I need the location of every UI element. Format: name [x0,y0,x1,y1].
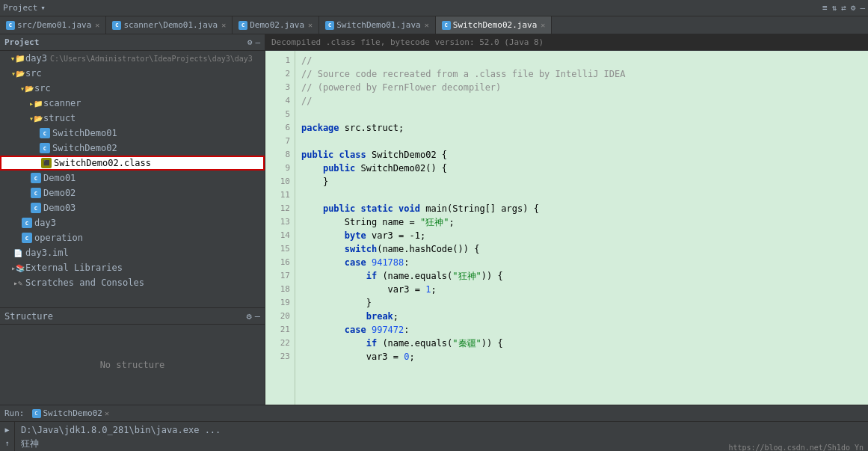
run-cmd-line: D:\Java\jdk1.8.0_281\bin\java.exe ... [21,423,718,437]
tab-switchdemo01[interactable]: c SwitchDemo01.java ✕ [319,16,436,34]
code-line-11 [301,188,862,202]
minus-icon[interactable]: — [255,37,260,47]
tab-label: src/Demo01.java [17,20,91,30]
tab-close-icon2[interactable]: ✕ [221,21,226,29]
tree-operation[interactable]: c operation [0,230,265,245]
tab-close-icon5[interactable]: ✕ [541,21,545,29]
structure-minus-icon[interactable]: — [255,311,260,322]
tab-switchdemo02[interactable]: c SwitchDemo02.java ✕ [436,16,552,34]
code-line-20: break; [301,310,862,323]
structure-header: Structure ⚙ — [0,308,265,325]
tree-demo02[interactable]: c Demo02 [0,185,265,200]
folder-open-icon2: ▾📂 [12,67,24,79]
run-output: D:\Java\jdk1.8.0_281\bin\java.exe ... 狂神 [15,422,724,451]
tab-label3: Demo02.java [250,20,304,30]
tree-ext-libs[interactable]: ▸📚 External Libraries [0,260,265,275]
ln-14: 14 [265,229,295,242]
run-label: Run: [4,408,25,418]
tree-scratches[interactable]: ▸✎ Scratches and Consoles [0,275,265,290]
ln-15: 15 [265,242,295,256]
code-line-12: public static void main(String[] args) { [301,202,862,215]
tree-scanner-label: scanner [43,98,81,108]
tree-demo03-label: Demo03 [43,203,76,213]
code-line-6: package src.struct; [301,121,862,135]
run-up-btn[interactable]: ↑ [1,437,13,449]
structure-title: Structure [4,311,53,322]
code-line-5 [301,108,862,121]
toolbar-icon-list[interactable]: ≡ [822,3,828,13]
tab-java-icon2: c [112,21,121,30]
structure-gear-icon[interactable]: ⚙ [247,311,252,322]
tab-demo02[interactable]: c Demo02.java ✕ [233,16,319,34]
code-line-21: case 997472: [301,323,862,337]
tree-struct-label: struct [43,113,76,123]
run-controls: ▶ ↑ [0,422,15,451]
java-c-icon3: c [30,172,42,184]
ln-4: 4 [265,94,295,108]
tree-root-day3[interactable]: ▾📁 day3 C:\Users\Administrator\IdeaProje… [0,51,265,66]
tab-java-icon5: c [442,21,451,30]
toolbar-icon-minus[interactable]: — [860,3,865,13]
tree-src-child[interactable]: ▾📂 src [0,81,265,96]
toolbar-icons: ≡ ⇅ ⇄ ⚙ — [822,3,865,13]
tab-java-icon3: c [238,21,247,30]
project-label[interactable]: Project [3,3,37,13]
tab-close-icon3[interactable]: ✕ [308,21,313,29]
tree-day3-file[interactable]: c day3 [0,215,265,230]
tree-demo03[interactable]: c Demo03 [0,200,265,215]
tree-operation-label: operation [34,233,83,243]
tree-demo01[interactable]: c Demo01 [0,171,265,185]
run-result-line: 狂神 [21,437,718,450]
tree-switchdemo02-class[interactable]: ⬛ SwitchDemo02.class [0,156,265,171]
tree-src-root[interactable]: ▾📂 src [0,66,265,81]
tree-struct[interactable]: ▾📂 struct [0,111,265,126]
tab-close-icon4[interactable]: ✕ [425,21,429,29]
tree-day3-iml[interactable]: 📄 day3.iml [0,245,265,260]
code-header: Decompiled .class file, bytecode version… [265,34,868,51]
tab-close-icon[interactable]: ✕ [95,21,99,29]
ln-17: 17 [265,269,295,283]
code-line-19: } [301,296,862,310]
dropdown-arrow[interactable]: ▾ [40,3,46,13]
run-tab-switchdemo02[interactable]: c SwitchDemo02 ✕ [29,408,113,418]
code-lines: // // Source code recreated from a .clas… [295,51,868,405]
code-line-3: // (powered by FernFlower decompiler) [301,81,862,94]
ln-1: 1 [265,54,295,67]
tree-root-label: day3 [25,53,47,64]
ln-22: 22 [265,337,295,350]
run-play-btn[interactable]: ▶ [1,423,13,435]
tab-label4: SwitchDemo01.java [336,20,421,30]
gear-icon[interactable]: ⚙ [247,37,253,47]
code-line-10: } [301,175,862,188]
top-toolbar: Project ▾ ≡ ⇅ ⇄ ⚙ — [0,0,868,16]
run-tab-label: SwitchDemo02 [43,408,102,418]
run-tab-close-icon[interactable]: ✕ [105,409,109,417]
run-right-label: https://blog.csdn.net/Sh1do_Yn [724,422,868,451]
tree-switchdemo02[interactable]: c SwitchDemo02 [0,141,265,156]
ln-8: 8 [265,148,295,162]
tab-bar: c src/Demo01.java ✕ c scanner\Demo01.jav… [0,16,868,34]
tree-src-label: src [25,68,42,79]
ln-3: 3 [265,81,295,94]
tab-src-demo01[interactable]: c src/Demo01.java ✕ [0,16,106,34]
java-c-icon2: c [39,142,51,154]
java-c-icon5: c [30,202,42,214]
code-line-23: var3 = 0; [301,350,862,363]
tree-scratches-label: Scratches and Consoles [25,277,144,288]
ln-2: 2 [265,67,295,81]
tree-day3-iml-label: day3.iml [25,248,69,258]
java-c-icon7: c [21,232,33,244]
tab-scanner-demo01[interactable]: c scanner\Demo01.java ✕ [106,16,233,34]
folder-open-icon: ▾📁 [12,52,24,64]
run-panel: Run: c SwitchDemo02 ✕ ▶ ↑ D:\Java\jdk1.8… [0,405,868,451]
tree-scanner[interactable]: ▸📁 scanner [0,96,265,111]
code-line-13: String name = "狂神"; [301,215,862,229]
toolbar-icon-sort2[interactable]: ⇄ [841,3,846,13]
code-line-14: byte var3 = -1; [301,229,862,242]
tree-switchdemo01[interactable]: c SwitchDemo01 [0,126,265,141]
code-line-2: // Source code recreated from a .class f… [301,67,862,81]
toolbar-icon-gear[interactable]: ⚙ [851,3,856,13]
run-tab-icon: c [32,409,41,418]
code-content[interactable]: 1 2 3 4 5 6 7 8 9 10 11 12 13 14 15 16 1… [265,51,868,405]
toolbar-icon-sort[interactable]: ⇅ [832,3,837,13]
